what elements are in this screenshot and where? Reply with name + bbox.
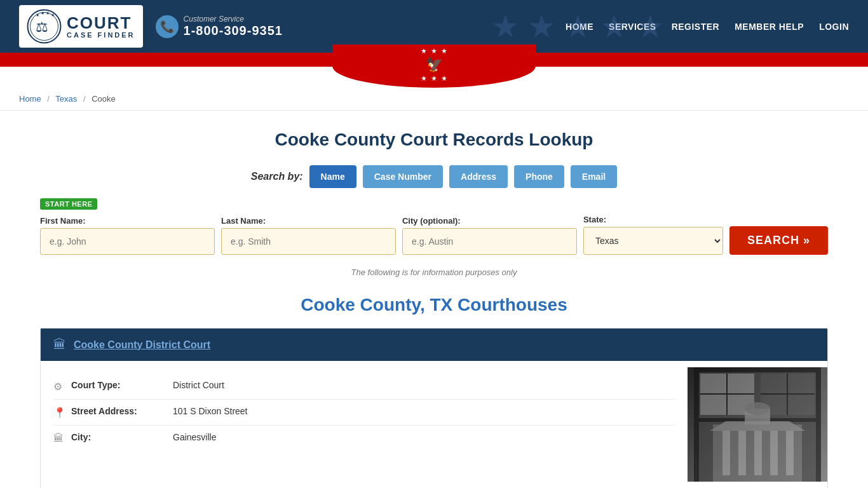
svg-text:★: ★	[46, 11, 50, 15]
tab-case-number[interactable]: Case Number	[363, 165, 443, 188]
court-type-label: Court Type:	[71, 380, 173, 390]
state-select[interactable]: Texas	[583, 227, 723, 255]
court-building-svg	[694, 367, 821, 482]
court-image	[688, 367, 827, 482]
main-content: Cooke County Court Records Lookup Search…	[21, 111, 847, 488]
header-left: ★ ★ ★ ★ ⚖ COURT CASE FINDER 📞 Customer S…	[19, 5, 283, 48]
last-name-input[interactable]	[221, 228, 396, 255]
page-title: Cooke County Court Records Lookup	[40, 130, 828, 150]
court-name-link[interactable]: Cooke County District Court	[74, 339, 210, 351]
svg-rect-9	[816, 367, 821, 482]
street-address-row: 📍 Street Address: 101 S Dixon Street	[53, 400, 675, 426]
banner-stars-right: ★★★	[421, 74, 447, 83]
state-group: State: Texas	[583, 215, 723, 255]
svg-point-26	[745, 402, 770, 415]
breadcrumb-home[interactable]: Home	[19, 94, 41, 104]
first-name-label: First Name:	[40, 216, 215, 226]
tab-name[interactable]: Name	[309, 165, 356, 188]
street-address-value: 101 S Dixon Street	[173, 406, 248, 416]
breadcrumb-state[interactable]: Texas	[55, 94, 77, 104]
state-label: State:	[583, 215, 723, 224]
logo-case-finder-label: CASE FINDER	[67, 31, 135, 39]
phone-icon: 📞	[156, 15, 179, 38]
svg-text:★: ★	[51, 13, 55, 17]
street-address-label: Street Address:	[71, 406, 173, 416]
logo-text: COURT CASE FINDER	[67, 15, 135, 39]
search-form-area: START HERE First Name: Last Name: City (…	[40, 198, 828, 255]
tab-address[interactable]: Address	[449, 165, 508, 188]
svg-rect-19	[722, 431, 730, 475]
search-by-row: Search by: Name Case Number Address Phon…	[40, 165, 828, 188]
court-image-box	[688, 367, 827, 482]
svg-text:★: ★	[41, 11, 44, 15]
first-name-input[interactable]	[40, 228, 215, 255]
start-here-badge: START HERE	[40, 198, 97, 210]
svg-text:⚖: ⚖	[36, 19, 48, 35]
last-name-group: Last Name:	[221, 216, 396, 255]
breadcrumb-sep-1: /	[47, 94, 50, 104]
phone-box: 📞 Customer Service 1-800-309-9351	[156, 15, 283, 38]
logo-court-label: COURT	[67, 15, 132, 31]
breadcrumb-current: Cooke	[92, 94, 116, 104]
eagle-banner: ★★★ 🦅 ★★★	[0, 53, 868, 88]
breadcrumb: Home / Texas / Cooke	[0, 88, 868, 111]
breadcrumb-sep-2: /	[83, 94, 86, 104]
courthouse-icon: 🏛	[53, 337, 66, 352]
city-input[interactable]	[402, 228, 577, 255]
svg-rect-20	[738, 431, 746, 475]
last-name-label: Last Name:	[221, 216, 396, 226]
court-card: 🏛 Cooke County District Court ⚙ Court Ty…	[40, 328, 828, 488]
court-type-row: ⚙ Court Type: District Court	[53, 374, 675, 400]
site-logo[interactable]: ★ ★ ★ ★ ⚖ COURT CASE FINDER	[19, 5, 143, 48]
city-icon: 🏛	[53, 433, 71, 444]
courthouses-title: Cooke County, TX Courthouses	[40, 295, 828, 315]
svg-rect-21	[754, 431, 762, 475]
nav-member-help[interactable]: MEMBER HELP	[735, 22, 804, 32]
street-address-icon: 📍	[53, 407, 71, 419]
first-name-group: First Name:	[40, 216, 215, 255]
court-details: ⚙ Court Type: District Court 📍 Street Ad…	[41, 367, 688, 482]
eagle-banner-inner: ★★★ 🦅 ★★★	[332, 44, 536, 88]
eagle-icon: 🦅	[426, 57, 443, 73]
phone-text-box: Customer Service 1-800-309-9351	[184, 15, 283, 38]
court-card-header: 🏛 Cooke County District Court	[41, 329, 827, 361]
svg-rect-8	[694, 367, 699, 482]
search-form: First Name: Last Name: City (optional): …	[40, 215, 828, 255]
info-note: The following is for information purpose…	[40, 268, 828, 277]
customer-service-label: Customer Service	[184, 15, 283, 24]
phone-number: 1-800-309-9351	[184, 24, 283, 38]
search-by-label: Search by:	[251, 171, 303, 182]
banner-stars-left: ★★★	[421, 47, 447, 55]
svg-text:★: ★	[36, 13, 39, 17]
court-card-body: ⚙ Court Type: District Court 📍 Street Ad…	[41, 361, 827, 488]
tab-phone[interactable]: Phone	[514, 165, 564, 188]
svg-rect-23	[786, 431, 794, 475]
city-row: 🏛 City: Gainesville	[53, 426, 675, 451]
svg-rect-22	[770, 431, 778, 475]
nav-register[interactable]: REGISTER	[672, 22, 720, 32]
court-type-value: District Court	[173, 380, 224, 390]
nav-login[interactable]: LOGIN	[819, 22, 849, 32]
city-detail-value: Gainesville	[173, 432, 216, 442]
city-detail-label: City:	[71, 432, 173, 442]
city-group: City (optional):	[402, 216, 577, 255]
search-button[interactable]: SEARCH »	[729, 226, 828, 255]
court-type-icon: ⚙	[53, 381, 71, 393]
logo-emblem-icon: ★ ★ ★ ★ ⚖	[27, 9, 62, 44]
city-label: City (optional):	[402, 216, 577, 226]
svg-rect-10	[694, 367, 821, 372]
tab-email[interactable]: Email	[571, 165, 617, 188]
